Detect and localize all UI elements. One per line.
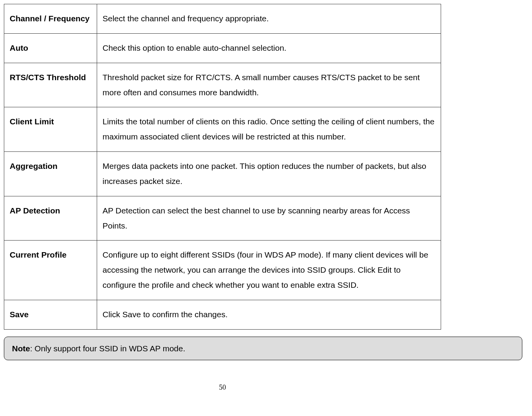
param-label-client-limit: Client Limit xyxy=(4,107,97,152)
param-desc-ap-detection: AP Detection can select the best channel… xyxy=(97,196,441,241)
table-row: RTS/CTS Threshold Threshold packet size … xyxy=(4,63,441,107)
table-row: AP Detection AP Detection can select the… xyxy=(4,196,441,241)
param-desc-current-profile: Configure up to eight different SSIDs (f… xyxy=(97,241,441,300)
param-desc-auto: Check this option to enable auto-channel… xyxy=(97,33,441,63)
table-row: Channel / Frequency Select the channel a… xyxy=(4,4,441,34)
table-row: Aggregation Merges data packets into one… xyxy=(4,152,441,196)
table-row: Client Limit Limits the total number of … xyxy=(4,107,441,152)
param-desc-save: Click Save to confirm the changes. xyxy=(97,300,441,329)
table-row: Auto Check this option to enable auto-ch… xyxy=(4,33,441,63)
param-label-aggregation: Aggregation xyxy=(4,152,97,196)
param-desc-client-limit: Limits the total number of clients on th… xyxy=(97,107,441,152)
parameter-table: Channel / Frequency Select the channel a… xyxy=(4,4,441,330)
param-label-save: Save xyxy=(4,300,97,329)
param-label-ap-detection: AP Detection xyxy=(4,196,97,241)
param-label-auto: Auto xyxy=(4,33,97,63)
note-box: Note: Only support four SSID in WDS AP m… xyxy=(4,337,522,361)
param-desc-aggregation: Merges data packets into one packet. Thi… xyxy=(97,152,441,196)
page-number: 50 xyxy=(4,383,441,392)
param-label-rts-cts-threshold: RTS/CTS Threshold xyxy=(4,63,97,107)
param-desc-channel-frequency: Select the channel and frequency appropr… xyxy=(97,4,441,34)
param-desc-rts-cts-threshold: Threshold packet size for RTC/CTS. A sma… xyxy=(97,63,441,107)
table-row: Current Profile Configure up to eight di… xyxy=(4,241,441,300)
note-label: Note xyxy=(12,344,30,353)
table-row: Save Click Save to confirm the changes. xyxy=(4,300,441,329)
param-label-channel-frequency: Channel / Frequency xyxy=(4,4,97,34)
param-label-current-profile: Current Profile xyxy=(4,241,97,300)
note-text: : Only support four SSID in WDS AP mode. xyxy=(30,344,185,353)
